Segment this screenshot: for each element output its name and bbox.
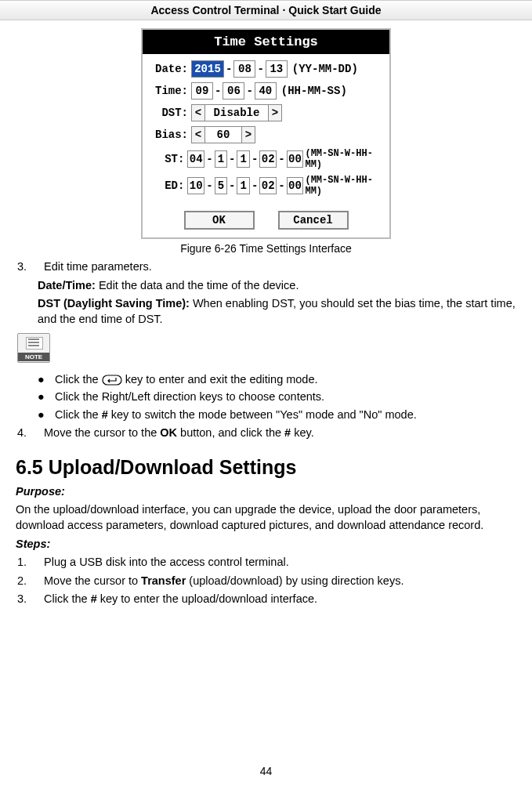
ok-button[interactable]: OK	[184, 211, 255, 230]
bias-label: Bias:	[150, 129, 188, 141]
ed-row: ED: 10- 5- 1- 02- 00 (MM-SN-W-HH-MM)	[150, 175, 382, 197]
s1: 1. Plug a USB disk into the access contr…	[16, 555, 516, 570]
time-format-hint: (HH-MM-SS)	[281, 85, 347, 97]
panel-title: Time Settings	[143, 30, 389, 54]
s2: 2. Move the cursor to Transfer (upload/d…	[16, 574, 516, 589]
ed-hh[interactable]: 02	[259, 177, 277, 194]
cancel-button[interactable]: Cancel	[278, 211, 349, 230]
svg-rect-0	[103, 375, 121, 385]
ed-format-hint: (MM-SN-W-HH-MM)	[305, 175, 382, 197]
ed-mm[interactable]: 10	[187, 177, 204, 194]
step-4: 4. Move the cursor to the OK button, and…	[16, 426, 516, 441]
bullet-dot-icon: ●	[38, 407, 55, 423]
step-3-text: Edit time parameters.	[44, 259, 152, 275]
date-row: Date: 2015 - 08 - 13 (YY-MM-DD)	[150, 60, 382, 78]
header-right: Quick Start Guide	[288, 4, 381, 16]
header-left: Access Control Terminal	[150, 4, 279, 16]
ed-mm2[interactable]: 00	[287, 177, 304, 194]
section-title: 6.5 Upload/Download Settings	[16, 455, 516, 481]
st-mm[interactable]: 04	[187, 150, 204, 168]
steps-label: Steps:	[16, 537, 516, 552]
s3: 3. Click the # key to enter the upload/d…	[16, 592, 516, 607]
step-3-num: 3.	[16, 259, 44, 275]
time-settings-panel: Time Settings Date: 2015 - 08 - 13 (YY-M…	[141, 28, 391, 239]
figure-caption: Figure 6-26 Time Settings Interface	[16, 242, 516, 255]
bullet-2: ● Click the Right/Left direction keys to…	[38, 389, 516, 405]
st-format-hint: (MM-SN-W-HH-MM)	[305, 148, 382, 170]
date-time-desc: Date/Time: Edit the data and the time of…	[38, 278, 516, 294]
page-number: 44	[16, 764, 516, 779]
bullet-dot-icon: ●	[38, 389, 55, 405]
ed-label: ED:	[150, 179, 184, 192]
purpose-text: On the upload/download interface, you ca…	[16, 502, 516, 533]
purpose-label: Purpose:	[16, 484, 516, 500]
date-label: Date:	[150, 63, 188, 75]
dst-desc: DST (Daylight Saving Time): When enablin…	[38, 296, 516, 327]
time-mm-field[interactable]: 06	[223, 82, 244, 100]
date-year-field[interactable]: 2015	[191, 60, 224, 78]
bias-left-button[interactable]: <	[191, 126, 205, 143]
time-row: Time: 09 - 06 - 40 (HH-MM-SS)	[150, 82, 382, 100]
date-month-field[interactable]: 08	[233, 60, 255, 78]
bullet-dot-icon: ●	[38, 372, 55, 388]
dst-value: Disable	[205, 104, 268, 121]
bias-right-button[interactable]: >	[241, 126, 255, 143]
dst-label: DST:	[150, 107, 188, 119]
dst-left-button[interactable]: <	[191, 104, 205, 121]
page-header: Access Control Terminal·Quick Start Guid…	[0, 0, 532, 20]
step-3: 3. Edit time parameters.	[16, 259, 516, 275]
date-day-field[interactable]: 13	[266, 60, 288, 78]
time-hh-field[interactable]: 09	[191, 82, 213, 100]
note-icon: NOTE	[17, 333, 50, 363]
ed-w[interactable]: 1	[237, 177, 249, 194]
st-row: ST: 04- 1- 1- 02- 00 (MM-SN-W-HH-MM)	[150, 148, 382, 170]
time-label: Time:	[150, 85, 188, 97]
bias-row: Bias: < 60 >	[150, 126, 382, 143]
st-sn[interactable]: 1	[215, 150, 227, 168]
ed-sn[interactable]: 5	[215, 177, 227, 194]
bias-value: 60	[205, 126, 241, 143]
dst-row: DST: < Disable >	[150, 104, 382, 121]
st-label: ST:	[150, 153, 184, 165]
enter-key-icon	[102, 375, 122, 386]
st-w[interactable]: 1	[237, 150, 249, 168]
dst-right-button[interactable]: >	[268, 104, 282, 121]
date-format-hint: (YY-MM-DD)	[292, 63, 358, 75]
time-ss-field[interactable]: 40	[255, 82, 277, 100]
st-mm2[interactable]: 00	[287, 150, 304, 168]
st-hh[interactable]: 02	[259, 150, 277, 168]
bullet-3: ● Click the # key to switch the mode bet…	[38, 407, 516, 423]
bullet-1: ● Click the key to enter and exit the ed…	[38, 372, 516, 388]
header-sep: ·	[282, 4, 285, 16]
